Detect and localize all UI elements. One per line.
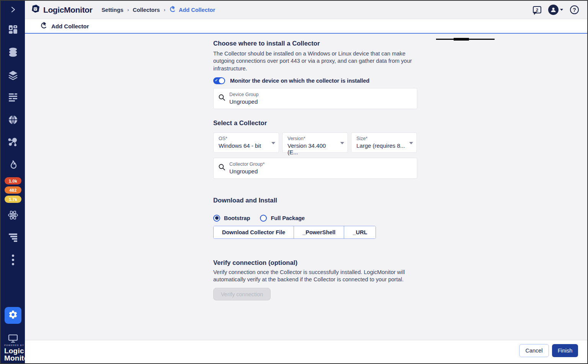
install-location-section: Choose where to install a Collector The …: [213, 40, 417, 109]
check-icon: ✓: [215, 78, 218, 82]
footer-action-bar: Cancel Finish: [25, 340, 587, 363]
chevron-down-icon: [271, 142, 275, 146]
chevron-right-icon: ›: [127, 7, 129, 13]
sidebar-item-websites[interactable]: [1, 114, 25, 125]
bootstrap-radio[interactable]: Bootstrap: [213, 215, 250, 222]
alert-badge-warning[interactable]: 1.7k: [5, 196, 21, 203]
redacted-text-bar: [436, 39, 495, 40]
search-icon: [218, 163, 225, 172]
alert-badge-critical[interactable]: 1.0k: [5, 177, 21, 184]
sidebar-item-dashboards[interactable]: [1, 24, 25, 35]
chevron-down-icon: [560, 9, 563, 12]
page-title: Add Collector: [51, 23, 89, 29]
collector-group-value: Ungrouped: [229, 168, 265, 175]
page-header: Add Collector: [25, 19, 587, 34]
logo-wordmark: LogicMonitor: [43, 5, 92, 15]
main-content: Choose where to install a Collector The …: [25, 34, 587, 341]
collector-icon-dark: [40, 21, 48, 31]
verify-connection-section: Verify connection (optional) Verify conn…: [213, 259, 417, 301]
cancel-button[interactable]: Cancel: [519, 344, 549, 357]
download-collector-file-button[interactable]: Download Collector File: [214, 226, 294, 238]
user-menu[interactable]: [548, 5, 563, 15]
sidebar-item-logs[interactable]: [1, 93, 25, 103]
size-value: Large (requires 8...: [356, 142, 407, 149]
install-description: The Collector should be installed on a W…: [213, 50, 417, 72]
sidebar-item-more[interactable]: [1, 254, 25, 266]
logicmonitor-logo: LogicMonitor: [30, 4, 92, 16]
powershell-button[interactable]: _PowerShell: [294, 226, 344, 238]
powered-by-label: POWERED BY: [4, 344, 31, 346]
sidebar-item-alerts[interactable]: [1, 160, 25, 170]
breadcrumb-add-collector[interactable]: Add Collector: [169, 5, 215, 14]
section-heading-install: Choose where to install a Collector: [213, 40, 417, 47]
section-heading-download: Download and Install: [213, 197, 417, 204]
breadcrumb: Settings › Collectors › Add Collector: [101, 5, 215, 14]
device-group-value: Ungrouped: [229, 98, 258, 105]
breadcrumb-settings[interactable]: Settings: [101, 7, 123, 13]
sidebar-item-exchange[interactable]: [1, 334, 25, 343]
toggle-label: Monitor the device on which the collecto…: [230, 78, 369, 84]
logicmonitor-logo-icon: [30, 4, 41, 16]
gear-icon: [8, 310, 18, 321]
toggle-on-switch[interactable]: ✓: [213, 77, 225, 84]
select-collector-section: Select a Collector OS* Windows 64 - bit …: [213, 119, 417, 179]
sidebar-nav: 1.0k 482 1.7k: [1, 1, 25, 363]
sidebar-item-modules[interactable]: [1, 70, 25, 80]
collector-icon: [169, 5, 176, 14]
notification-count: 2: [536, 8, 538, 12]
size-label: Size*: [356, 136, 407, 141]
notifications-icon[interactable]: 2: [533, 6, 541, 13]
version-dropdown[interactable]: Version* Version 34.400 (E...: [282, 132, 348, 153]
collector-group-field[interactable]: Collector Group* Ungrouped: [213, 158, 417, 179]
monitor-device-toggle-row[interactable]: ✓ Monitor the device on which the collec…: [213, 77, 417, 84]
sidebar-item-resources[interactable]: [1, 47, 25, 57]
device-group-field[interactable]: Device Group Ungrouped: [213, 88, 417, 109]
search-icon: [218, 94, 225, 103]
powered-by-logo: POWERED BY Logic Monitor: [4, 344, 31, 362]
sidebar-item-reports[interactable]: [1, 232, 25, 242]
sidebar-item-aiops[interactable]: [1, 209, 25, 221]
full-package-radio[interactable]: Full Package: [260, 215, 305, 222]
brand-monitor: Monitor: [4, 354, 31, 362]
app-window: 1.0k 482 1.7k: [0, 0, 588, 364]
top-bar: LogicMonitor Settings › Collectors › Add…: [25, 1, 587, 19]
section-heading-verify: Verify connection (optional): [213, 259, 417, 266]
avatar: [548, 5, 559, 15]
sidebar-item-settings-active[interactable]: [5, 307, 21, 324]
device-group-label: Device Group: [229, 92, 258, 97]
verify-description: Verify connection once the Collector is …: [213, 269, 417, 284]
expand-sidebar-chevron-icon[interactable]: [1, 6, 25, 13]
os-label: OS*: [219, 136, 269, 141]
collector-group-label: Collector Group*: [229, 162, 265, 167]
radio-selected-icon: [213, 215, 220, 222]
size-dropdown[interactable]: Size* Large (requires 8...: [351, 132, 417, 153]
chevron-right-icon: ›: [164, 7, 165, 13]
help-icon[interactable]: ?: [570, 5, 579, 14]
topbar-actions: 2 ?: [533, 5, 579, 15]
download-install-section: Download and Install Bootstrap Full Pack…: [213, 197, 417, 239]
sidebar-item-mapping[interactable]: [1, 137, 25, 148]
os-value: Windows 64 - bit: [219, 142, 269, 149]
download-button-group: Download Collector File _PowerShell _URL: [213, 226, 376, 239]
section-heading-select: Select a Collector: [213, 119, 417, 127]
version-label: Version*: [287, 136, 338, 141]
breadcrumb-collectors[interactable]: Collectors: [133, 7, 160, 13]
radio-unselected-icon: [260, 215, 267, 222]
alert-badge-error[interactable]: 482: [5, 186, 21, 194]
finish-button[interactable]: Finish: [552, 344, 578, 357]
version-value: Version 34.400 (E...: [287, 142, 338, 155]
chevron-down-icon: [340, 142, 344, 146]
chevron-down-icon: [409, 142, 413, 146]
os-dropdown[interactable]: OS* Windows 64 - bit: [213, 132, 279, 153]
brand-logic: Logic: [4, 347, 31, 354]
url-button[interactable]: _URL: [344, 226, 376, 238]
verify-connection-button[interactable]: Verify connection: [213, 288, 271, 300]
